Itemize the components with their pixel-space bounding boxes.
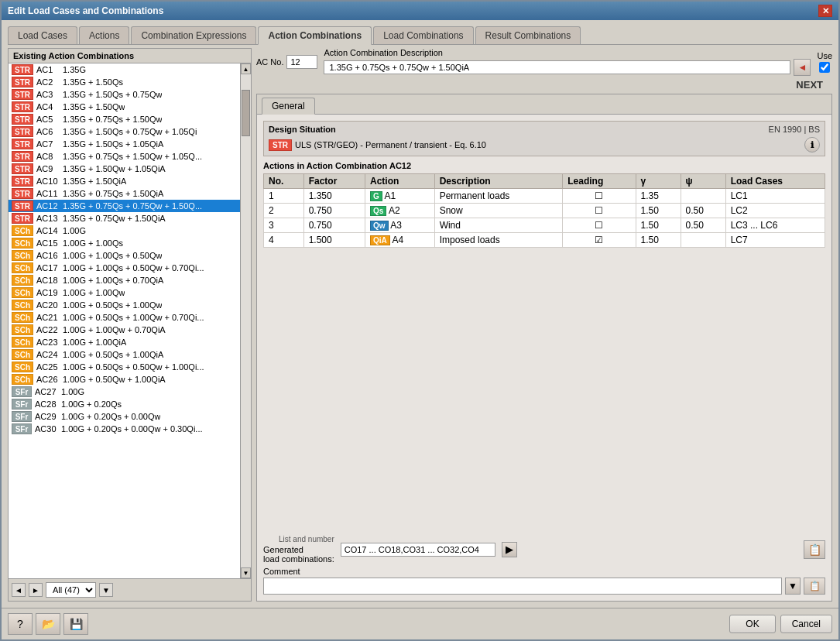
list-item[interactable]: SChAC191.00G + 1.00Qw (9, 286, 240, 299)
table-row: 4 1.500 QiA A4 Imposed loads ☑ 1.50 LC7 (264, 233, 825, 248)
cell-factor: 1.500 (303, 233, 365, 248)
list-item[interactable]: SFrAC281.00G + 0.20Qs (9, 398, 240, 410)
list-item[interactable]: SChAC221.00G + 1.00Qw + 0.70QiA (9, 324, 240, 336)
tab-load-combinations[interactable]: Load Combinations (373, 26, 473, 44)
list-item[interactable]: STRAC81.35G + 0.75Qs + 1.50Qw + 1.05Q... (9, 150, 240, 163)
item-label: 1.00G + 1.00Qs + 0.70QiA (63, 276, 163, 285)
list-item[interactable]: STRAC101.35G + 1.50QiA (9, 175, 240, 187)
list-item[interactable]: SChAC261.00G + 0.50Qw + 1.00QiA (9, 373, 240, 386)
list-item[interactable]: SChAC201.00G + 0.50Qs + 1.00Qw (9, 299, 240, 311)
item-id: AC21 (36, 313, 58, 322)
help-button[interactable]: ? (8, 613, 33, 635)
item-label: 1.00G + 0.50Qs + 0.50Qw + 1.00Qi... (63, 362, 204, 372)
generated-input[interactable] (341, 543, 495, 557)
list-item[interactable]: STRAC11.35G (9, 63, 240, 76)
filter-dropdown[interactable]: All (47) (46, 582, 96, 598)
tab-load-cases[interactable]: Load Cases (8, 26, 77, 44)
design-situation-section: Design Situation EN 1990 | BS STR ULS (S… (263, 121, 825, 156)
generated-label-group: List and number Generatedload combinatio… (263, 535, 334, 564)
comment-label: Comment (263, 567, 825, 576)
generated-arrow-btn[interactable]: ▶ (502, 542, 517, 557)
description-input[interactable] (324, 60, 790, 74)
comment-input[interactable] (263, 578, 782, 595)
item-label: 1.35G + 1.50Qw (63, 102, 125, 111)
save-button[interactable]: 💾 (63, 613, 88, 635)
cell-psi: 0.50 (681, 218, 725, 233)
design-situation-badge: STR (269, 139, 292, 151)
next-filter-btn[interactable]: ► (29, 583, 43, 597)
list-inner: STRAC11.35GSTRAC21.35G + 1.50QsSTRAC31.3… (9, 63, 240, 435)
list-item[interactable]: STRAC91.35G + 1.50Qw + 1.05QiA (9, 163, 240, 175)
item-id: AC4 (36, 102, 58, 111)
tab-combination-expressions[interactable]: Combination Expressions (131, 26, 256, 44)
list-item[interactable]: SChAC211.00G + 0.50Qs + 1.00Qw + 0.70Qi.… (9, 311, 240, 324)
tab-actions[interactable]: Actions (79, 26, 129, 44)
list-item[interactable]: SChAC141.00G (9, 225, 240, 237)
item-badge: SFr (12, 386, 32, 397)
list-item[interactable]: SChAC181.00G + 1.00Qs + 0.70QiA (9, 274, 240, 286)
cell-action: QiA A4 (365, 233, 434, 248)
info-button[interactable]: ℹ (804, 137, 820, 153)
cell-factor: 0.750 (303, 204, 365, 218)
list-item[interactable]: SChAC241.00G + 0.50Qs + 1.00QiA (9, 348, 240, 361)
tab-action-combinations[interactable]: Action Combinations (258, 26, 372, 45)
list-item[interactable]: STRAC21.35G + 1.50Qs (9, 76, 240, 88)
item-id: AC3 (36, 90, 58, 99)
list-item[interactable]: STRAC61.35G + 1.50Qs + 0.75Qw + 1.05Qi (9, 125, 240, 138)
scroll-down-btn[interactable]: ▼ (241, 567, 251, 578)
close-button[interactable]: ✕ (818, 5, 832, 17)
cell-no: 4 (264, 233, 304, 248)
item-id: AC17 (36, 263, 58, 273)
item-label: 1.00G + 1.00QiA (63, 338, 126, 347)
list-item[interactable]: SChAC161.00G + 1.00Qs + 0.50Qw (9, 249, 240, 262)
list-item[interactable]: SChAC151.00G + 1.00Qs (9, 237, 240, 249)
cell-factor: 0.750 (303, 218, 365, 233)
item-id: AC11 (36, 189, 58, 198)
desc-input-row: ◄ (324, 59, 811, 76)
filter-dropdown-btn[interactable]: ▼ (99, 583, 113, 597)
item-id: AC8 (36, 152, 58, 161)
desc-nav-btn[interactable]: ◄ (794, 59, 811, 76)
scroll-up-btn[interactable]: ▲ (241, 63, 251, 74)
scrollbar[interactable]: ▲ ▼ (240, 63, 251, 578)
item-label: 1.35G + 0.75Qs + 0.75Qw + 1.50Q... (63, 201, 202, 211)
scrollbar-thumb[interactable] (242, 90, 250, 136)
item-badge: STR (12, 64, 33, 75)
list-item[interactable]: SFrAC271.00G (9, 386, 240, 398)
item-badge: SCh (12, 287, 33, 298)
list-item[interactable]: STRAC121.35G + 0.75Qs + 0.75Qw + 1.50Q..… (9, 200, 240, 212)
open-button[interactable]: 📂 (36, 613, 60, 635)
cell-action: Qs A2 (365, 204, 434, 218)
list-item[interactable]: STRAC51.35G + 0.75Qs + 1.50Qw (9, 113, 240, 125)
list-item[interactable]: SChAC231.00G + 1.00QiA (9, 336, 240, 348)
list-item[interactable]: SChAC251.00G + 0.50Qs + 0.50Qw + 1.00Qi.… (9, 361, 240, 373)
list-item[interactable]: STRAC71.35G + 1.50Qs + 1.05QiA (9, 138, 240, 150)
list-item[interactable]: STRAC41.35G + 1.50Qw (9, 101, 240, 113)
prev-filter-btn[interactable]: ◄ (12, 583, 26, 597)
title-bar: Edit Load Cases and Combinations ✕ (2, 2, 838, 20)
ok-button[interactable]: OK (729, 615, 775, 633)
cancel-button[interactable]: Cancel (780, 615, 832, 633)
item-id: AC19 (36, 288, 58, 297)
clipboard-btn[interactable]: 📋 (804, 540, 825, 559)
list-item[interactable]: SFrAC291.00G + 0.20Qs + 0.00Qw (9, 410, 240, 423)
general-tab[interactable]: General (262, 98, 315, 115)
list-item[interactable]: SFrAC301.00G + 0.20Qs + 0.00Qw + 0.30Qi.… (9, 423, 240, 435)
list-item[interactable]: STRAC131.35G + 0.75Qw + 1.50QiA (9, 212, 240, 225)
generated-label: Generatedload combinations: (263, 545, 334, 564)
bottom-bar: ? 📂 💾 OK Cancel (2, 608, 838, 639)
ac-no-input[interactable] (286, 55, 317, 69)
actions-table: No. Factor Action Description Leading γ … (263, 173, 825, 248)
item-badge: STR (12, 77, 33, 87)
tab-result-combinations[interactable]: Result Combinations (475, 26, 581, 44)
use-checkbox[interactable] (819, 62, 830, 73)
comment-copy-btn[interactable]: 📋 (804, 578, 825, 595)
item-id: AC13 (36, 214, 58, 223)
comment-dropdown-btn[interactable]: ▼ (785, 578, 801, 595)
cell-load-cases: LC3 ... LC6 (725, 218, 825, 233)
action-combinations-list[interactable]: STRAC11.35GSTRAC21.35G + 1.50QsSTRAC31.3… (9, 63, 240, 578)
list-item[interactable]: SChAC171.00G + 1.00Qs + 0.50Qw + 0.70Qi.… (9, 262, 240, 274)
list-item[interactable]: STRAC111.35G + 0.75Qs + 1.50QiA (9, 187, 240, 200)
list-item[interactable]: STRAC31.35G + 1.50Qs + 0.75Qw (9, 88, 240, 101)
cell-load-cases: LC7 (725, 233, 825, 248)
